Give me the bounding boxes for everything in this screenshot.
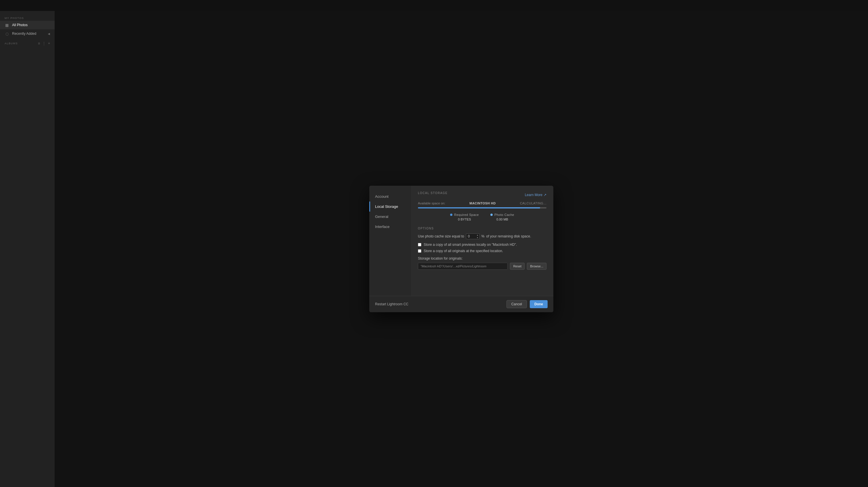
modal-main-content: LOCAL STORAGE Learn More ↗ Available spa… <box>411 186 553 296</box>
options-section: OPTIONS Use photo cache size equal to ▲ … <box>418 227 547 270</box>
content-area: Account Local Storage General Interface <box>55 11 868 487</box>
section-title: LOCAL STORAGE <box>418 191 447 195</box>
sidebar-item-all-photos[interactable]: ▦ All Photos <box>0 21 55 29</box>
main-layout: MY PHOTOS ▦ All Photos ◌ Recently Added … <box>0 11 868 487</box>
storage-location-label: Storage location for originals: <box>418 256 547 260</box>
storage-location-section: Storage location for originals: Reset Br… <box>418 256 547 270</box>
photo-cache-value: 0.00 MB <box>496 218 508 221</box>
cache-option-row: Use photo cache size equal to ▲ ▼ % o <box>418 233 547 239</box>
albums-header: ALBUMS ≡ ⋮ + <box>0 38 55 46</box>
nav-item-account[interactable]: Account <box>369 191 411 201</box>
smart-previews-option: Store a copy of all smart previews local… <box>418 242 547 247</box>
sidebar-item-recently-added[interactable]: ◌ Recently Added ◀ <box>0 29 55 38</box>
storage-legend: Required Space 0 BYTES Photo Cache 0.00 … <box>418 213 547 221</box>
external-link-icon: ↗ <box>544 193 547 197</box>
restart-button[interactable]: Restart Lightroom CC <box>375 302 408 306</box>
storage-header: LOCAL STORAGE Learn More ↗ <box>418 191 547 198</box>
all-photos-label: All Photos <box>12 23 28 27</box>
nav-item-general[interactable]: General <box>369 212 411 222</box>
spinner-buttons: ▲ ▼ <box>476 234 479 239</box>
options-title: OPTIONS <box>418 227 547 230</box>
cache-suffix: of your remaining disk space. <box>486 234 531 238</box>
available-space-row: Available space on: MACINTOSH HD CALCULA… <box>418 201 547 205</box>
cancel-button[interactable]: Cancel <box>506 300 527 308</box>
top-bar <box>0 0 868 11</box>
storage-progress-bar <box>418 207 547 208</box>
list-view-icon[interactable]: ≡ <box>38 41 40 45</box>
required-space-dot <box>450 214 453 216</box>
chevron-icon: ◀ <box>48 32 50 35</box>
done-button[interactable]: Done <box>530 300 548 308</box>
required-space-label: Required Space <box>454 213 479 217</box>
albums-label: ALBUMS <box>5 42 36 45</box>
originals-label: Store a copy of all originals at the spe… <box>424 249 503 253</box>
storage-path-row: Reset Browse... <box>418 263 547 270</box>
cache-percent: % <box>482 234 485 238</box>
legend-photo-cache: Photo Cache 0.00 MB <box>490 213 514 221</box>
smart-previews-label: Store a copy of all smart previews local… <box>424 242 517 247</box>
originals-option: Store a copy of all originals at the spe… <box>418 249 547 253</box>
smart-previews-checkbox[interactable] <box>418 243 421 247</box>
add-album-icon[interactable]: + <box>48 41 50 45</box>
spinner-down-btn[interactable]: ▼ <box>476 236 479 239</box>
required-space-value: 0 BYTES <box>458 218 471 221</box>
my-photos-label: MY PHOTOS <box>0 14 55 21</box>
spinner-up-btn[interactable]: ▲ <box>476 234 479 236</box>
reset-button[interactable]: Reset <box>510 263 525 270</box>
modal-overlay: Account Local Storage General Interface <box>55 11 868 487</box>
learn-more-link[interactable]: Learn More ↗ <box>525 193 547 197</box>
albums-controls: ≡ ⋮ + <box>38 41 50 45</box>
progress-bar-fill <box>418 207 540 208</box>
cache-spinner[interactable]: ▲ ▼ <box>466 233 480 239</box>
disk-name: MACINTOSH HD <box>469 201 496 205</box>
calculating-label: CALCULATING... <box>520 201 547 205</box>
photo-cache-dot <box>490 214 493 216</box>
storage-path-input[interactable] <box>418 263 508 270</box>
cache-prefix: Use photo cache size equal to <box>418 234 464 238</box>
recently-added-icon: ◌ <box>5 31 9 36</box>
photo-cache-label: Photo Cache <box>494 213 514 217</box>
modal-nav: Account Local Storage General Interface <box>369 186 411 296</box>
browse-button[interactable]: Browse... <box>527 263 547 270</box>
footer-actions: Cancel Done <box>506 300 548 308</box>
originals-checkbox[interactable] <box>418 249 421 253</box>
all-photos-icon: ▦ <box>5 23 9 27</box>
preferences-modal: Account Local Storage General Interface <box>369 186 553 312</box>
modal-body: Account Local Storage General Interface <box>369 186 553 296</box>
legend-required-space: Required Space 0 BYTES <box>450 213 479 221</box>
sidebar: MY PHOTOS ▦ All Photos ◌ Recently Added … <box>0 11 55 487</box>
grid-view-icon[interactable]: ⋮ <box>42 41 46 45</box>
available-space-label: Available space on: <box>418 201 445 205</box>
nav-item-local-storage[interactable]: Local Storage <box>369 201 411 212</box>
recently-added-label: Recently Added <box>12 32 36 36</box>
modal-footer: Restart Lightroom CC Cancel Done <box>369 296 553 312</box>
nav-item-interface[interactable]: Interface <box>369 222 411 232</box>
